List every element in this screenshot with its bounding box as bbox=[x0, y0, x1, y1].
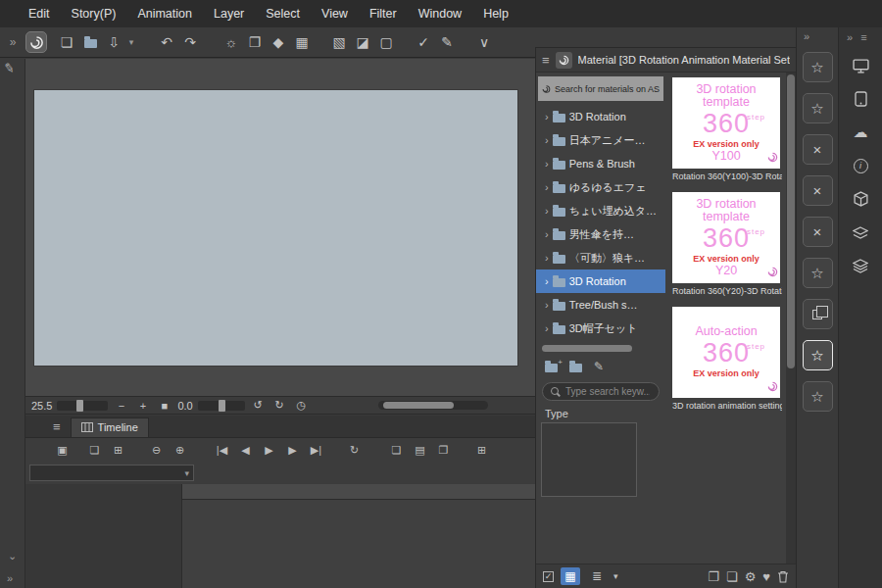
reset-view-button[interactable]: ◷ bbox=[293, 399, 310, 412]
chevron-right-icon[interactable]: › bbox=[545, 275, 549, 287]
horizontal-scrollbar[interactable] bbox=[378, 401, 488, 410]
rail2-collapse-icon[interactable]: » bbox=[847, 31, 853, 43]
frame-icon[interactable]: ❏ bbox=[83, 441, 106, 461]
new-folder-icon[interactable]: + bbox=[545, 362, 558, 372]
fit-screen-button[interactable]: ■ bbox=[156, 400, 172, 412]
onion-skin-button[interactable]: ▤ bbox=[409, 441, 431, 461]
rotate-cw-button[interactable]: ↻ bbox=[271, 399, 288, 412]
zoom-out-button[interactable]: − bbox=[113, 400, 129, 412]
material-card[interactable]: 3D rotation template 360step EX version … bbox=[672, 77, 780, 169]
material-scrollbar-thumb[interactable] bbox=[787, 74, 795, 368]
go-end-button[interactable]: ▶| bbox=[305, 441, 327, 461]
asset-search-button[interactable]: Search for materials on AS bbox=[538, 76, 663, 101]
rail2-menu-icon[interactable]: ≡ bbox=[860, 31, 866, 43]
export-icon[interactable]: ⇩ bbox=[102, 30, 125, 54]
folder-item[interactable]: › Pens & Brush bbox=[536, 152, 665, 175]
timeline-menu-icon[interactable]: ≡ bbox=[53, 419, 61, 434]
open-file-icon[interactable] bbox=[78, 30, 102, 54]
chevron-right-icon[interactable]: › bbox=[545, 299, 549, 311]
chevron-right-icon[interactable]: › bbox=[545, 111, 549, 122]
blend-icon[interactable]: ❐ bbox=[243, 30, 267, 54]
export-dropdown-icon[interactable]: ▾ bbox=[125, 30, 137, 54]
material-set-star-button[interactable]: ☆ bbox=[803, 52, 833, 82]
folder-item[interactable]: › 男性傘を持… bbox=[536, 222, 665, 246]
folder-view-icon[interactable] bbox=[569, 362, 582, 372]
layers-panel-icon[interactable] bbox=[847, 253, 874, 278]
menu-story[interactable]: Story(P) bbox=[61, 0, 127, 27]
menu-filter[interactable]: Filter bbox=[359, 0, 408, 27]
favorite-heart-icon[interactable]: ♥ bbox=[762, 569, 770, 584]
shape-tool-icon[interactable]: ◆ bbox=[267, 30, 290, 54]
chevron-right-icon[interactable]: › bbox=[545, 252, 549, 264]
rotate-ccw-button[interactable]: ↺ bbox=[250, 399, 267, 412]
chevron-right-icon[interactable]: › bbox=[545, 322, 549, 334]
list-view-button[interactable]: ≣ bbox=[587, 567, 607, 585]
tree-horizontal-scrollbar[interactable] bbox=[542, 345, 660, 353]
redo-icon[interactable]: ↷ bbox=[178, 30, 202, 54]
tree-scrollbar-thumb[interactable] bbox=[542, 345, 632, 352]
menu-window[interactable]: Window bbox=[408, 0, 472, 27]
chevron-right-icon[interactable]: › bbox=[545, 158, 549, 170]
folder-item[interactable]: › ゆるゆるエフェ bbox=[536, 175, 665, 199]
material-set-copy-button[interactable] bbox=[803, 299, 833, 329]
document-viewport[interactable] bbox=[25, 59, 535, 396]
new-timeline-icon[interactable]: ▣ bbox=[51, 441, 74, 461]
strip-chevron-down-icon[interactable]: ⌄ bbox=[8, 550, 17, 563]
search-input[interactable] bbox=[565, 386, 650, 397]
duplicate-material-icon[interactable]: ❏ bbox=[726, 569, 738, 584]
menu-help[interactable]: Help bbox=[472, 0, 519, 27]
folder-item[interactable]: › 3D帽子セット bbox=[536, 317, 665, 340]
cel-palette-button[interactable]: ❐ bbox=[432, 441, 455, 461]
folder-item[interactable]: › ちょい埋め込タ… bbox=[536, 199, 665, 222]
tablet-panel-icon[interactable] bbox=[847, 86, 874, 112]
undo-icon[interactable]: ↶ bbox=[155, 30, 178, 54]
new-document-icon[interactable]: ❏ bbox=[55, 30, 78, 54]
timeline-frame-ruler[interactable] bbox=[182, 484, 535, 500]
cloud-panel-icon[interactable]: ☁ bbox=[847, 120, 874, 145]
chevron-right-icon[interactable]: › bbox=[545, 228, 549, 240]
layer-property-panel-icon[interactable] bbox=[847, 220, 874, 245]
material-set-star-button[interactable]: ☆ bbox=[803, 93, 833, 123]
thumbnail-view-button[interactable]: ▦ bbox=[561, 567, 580, 585]
delete-trash-icon[interactable] bbox=[777, 570, 789, 583]
rotation-slider-handle[interactable] bbox=[219, 400, 225, 412]
view-dropdown-icon[interactable]: ▾ bbox=[613, 571, 618, 581]
zoom-slider-handle[interactable] bbox=[76, 400, 83, 412]
menu-view[interactable]: View bbox=[311, 0, 359, 27]
timeline-selector-dropdown[interactable]: ▾ bbox=[29, 465, 194, 481]
folder-item[interactable]: › 〈可動〉狼キ… bbox=[536, 246, 665, 270]
3d-cube-panel-icon[interactable] bbox=[847, 186, 874, 212]
material-list-scrollbar[interactable] bbox=[786, 73, 796, 564]
menu-edit[interactable]: Edit bbox=[18, 0, 61, 27]
confirm-icon[interactable]: ✓ bbox=[412, 30, 435, 54]
timeline-zoom-out-icon[interactable]: ⊖ bbox=[145, 441, 168, 461]
chevron-right-icon[interactable]: › bbox=[545, 134, 549, 146]
play-button[interactable]: ▶ bbox=[258, 441, 280, 461]
timeline-grid-button[interactable]: ⊞ bbox=[470, 441, 493, 461]
folder-item[interactable]: › 日本アニメー… bbox=[536, 128, 665, 152]
folder-item[interactable]: › 3D Rotation bbox=[536, 105, 665, 128]
menu-animation[interactable]: Animation bbox=[126, 0, 203, 27]
collapse-toolbar-icon[interactable]: » bbox=[0, 35, 25, 49]
rail1-collapse-icon[interactable]: » bbox=[797, 27, 838, 47]
paste-material-icon[interactable]: ❐ bbox=[708, 569, 719, 584]
material-card[interactable]: Auto-action 360step EX version only bbox=[672, 307, 780, 398]
material-set-close-button[interactable]: × bbox=[803, 175, 833, 206]
zoom-in-button[interactable]: + bbox=[134, 400, 151, 412]
new-cel-button[interactable]: ❏ bbox=[385, 441, 408, 461]
crop-frame-icon[interactable]: ▦ bbox=[290, 30, 314, 54]
effect-icon[interactable]: ☼ bbox=[220, 30, 243, 54]
menu-layer[interactable]: Layer bbox=[203, 0, 255, 27]
subview-monitor-icon[interactable] bbox=[847, 53, 874, 78]
menu-select[interactable]: Select bbox=[255, 0, 311, 27]
material-card[interactable]: 3D rotation template 360step EX version … bbox=[672, 192, 780, 283]
loop-play-button[interactable]: ↻ bbox=[343, 441, 366, 461]
prev-frame-button[interactable]: ◀ bbox=[234, 441, 257, 461]
material-menu-icon[interactable]: ≡ bbox=[542, 53, 550, 68]
timeline-track-area[interactable] bbox=[25, 484, 535, 588]
empty-selection-icon[interactable]: ▢ bbox=[374, 30, 398, 54]
select-checkbox-icon[interactable]: ✓ bbox=[543, 571, 554, 582]
pen-tool-icon[interactable]: ✎ bbox=[435, 30, 459, 54]
rotation-slider[interactable] bbox=[198, 401, 245, 411]
folder-item[interactable]: › Tree/Bush s… bbox=[536, 293, 665, 317]
